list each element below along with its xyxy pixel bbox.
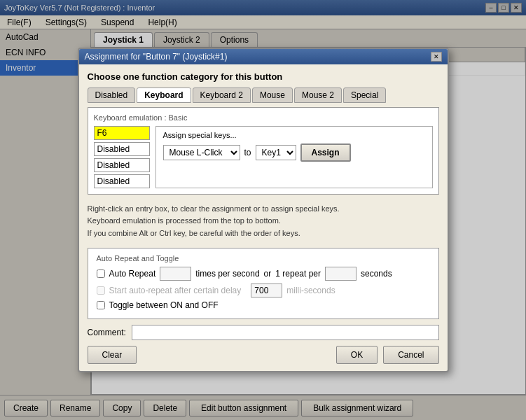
clear-button[interactable]: Clear — [88, 346, 137, 364]
info-line-1: Right-click an entry box, to clear the a… — [88, 203, 439, 216]
repeat-per-label: 1 repeat per — [275, 269, 321, 279]
auto-repeat-label: Auto Repeat — [109, 269, 156, 279]
modal-tab-special[interactable]: Special — [343, 88, 386, 103]
toggle-label: Toggle between ON and OFF — [109, 300, 219, 310]
milliseconds-label: milli-seconds — [286, 286, 335, 295]
modal-tab-disabled[interactable]: Disabled — [88, 88, 136, 103]
comment-row: Comment: — [88, 325, 439, 340]
start-delay-label: Start auto-repeat after certain delay — [109, 286, 242, 295]
modal-overlay: Assignment for "Button 7" (Joystick#1) ✕… — [0, 0, 526, 420]
toggle-checkbox[interactable] — [97, 301, 105, 309]
start-delay-row: Start auto-repeat after certain delay mi… — [97, 284, 430, 298]
key-list — [94, 126, 150, 188]
ok-cancel-group: OK Cancel — [336, 346, 439, 364]
seconds-input[interactable] — [325, 267, 357, 281]
key-input-2[interactable] — [94, 142, 150, 156]
times-per-second-label: times per second — [195, 269, 259, 279]
milliseconds-input[interactable] — [251, 284, 282, 298]
special-keys-to-dropdown[interactable]: Key1 Key2 Key3 Key4 — [256, 145, 296, 160]
modal-close-button[interactable]: ✕ — [431, 52, 442, 62]
main-layout: AutoCad ECN INFO Inventor Joystick 1 Joy… — [0, 29, 526, 395]
ok-button[interactable]: OK — [336, 346, 378, 364]
special-keys-box: Assign special keys... Mouse L-Click Mou… — [155, 126, 433, 188]
cancel-button[interactable]: Cancel — [383, 346, 438, 364]
modal-buttons: Clear OK Cancel — [88, 346, 439, 364]
times-per-second-input[interactable] — [160, 267, 191, 281]
special-keys-from-dropdown[interactable]: Mouse L-Click Mouse R-Click Mouse M-Clic… — [163, 145, 240, 160]
modal-title-bar: Assignment for "Button 7" (Joystick#1) ✕ — [79, 49, 448, 64]
modal-title: Assignment for "Button 7" (Joystick#1) — [85, 52, 228, 62]
auto-repeat-row: Auto Repeat times per second or 1 repeat… — [97, 267, 430, 281]
info-line-2: Keyboard emulation is processed from the… — [88, 215, 439, 227]
keyboard-section-label: Keyboard emulation : Basic — [94, 113, 433, 122]
seconds-label: seconds — [361, 269, 392, 279]
info-text: Right-click an entry box, to clear the a… — [88, 200, 439, 243]
modal-body: Choose one function category for this bu… — [79, 64, 448, 372]
auto-repeat-checkbox[interactable] — [97, 270, 105, 278]
or-label: or — [264, 269, 272, 279]
keyboard-inputs: Assign special keys... Mouse L-Click Mou… — [94, 126, 433, 188]
key-input-1[interactable] — [94, 126, 150, 140]
special-keys-title: Assign special keys... — [163, 131, 425, 139]
right-panel: Joystick 1 Joystick 2 Options Button Fun… — [91, 29, 526, 395]
comment-label: Comment: — [88, 328, 126, 337]
modal-tab-mouse[interactable]: Mouse — [252, 88, 293, 103]
modal-tab-mouse2[interactable]: Mouse 2 — [294, 88, 342, 103]
modal-tab-keyboard2[interactable]: Keyboard 2 — [193, 88, 251, 103]
comment-input[interactable] — [132, 325, 439, 340]
modal-heading: Choose one function category for this bu… — [88, 71, 439, 82]
modal-tab-keyboard[interactable]: Keyboard — [137, 88, 191, 103]
modal-tab-bar: Disabled Keyboard Keyboard 2 Mouse Mouse… — [88, 88, 439, 103]
toggle-row: Toggle between ON and OFF — [97, 300, 430, 310]
keyboard-section: Keyboard emulation : Basic — [88, 107, 439, 195]
key-input-3[interactable] — [94, 158, 150, 172]
start-delay-checkbox[interactable] — [97, 286, 105, 295]
assignment-modal: Assignment for "Button 7" (Joystick#1) ✕… — [78, 48, 449, 373]
info-line-3: If you combine Alt or Ctrl key, be caref… — [88, 227, 439, 240]
to-label: to — [244, 148, 251, 158]
auto-repeat-section: Auto Repeat and Toggle Auto Repeat times… — [88, 248, 439, 319]
assign-button[interactable]: Assign — [300, 144, 351, 162]
key-input-4[interactable] — [94, 174, 150, 188]
auto-repeat-title: Auto Repeat and Toggle — [97, 254, 430, 262]
special-keys-row: Mouse L-Click Mouse R-Click Mouse M-Clic… — [163, 144, 425, 162]
